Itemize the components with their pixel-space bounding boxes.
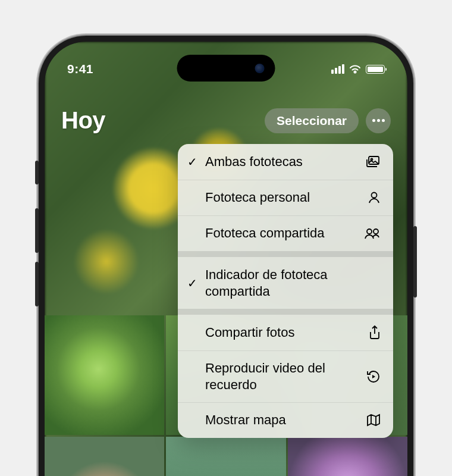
status-icons (331, 64, 385, 74)
status-time: 9:41 (67, 62, 93, 76)
photo-thumbnail[interactable] (288, 437, 407, 476)
volume-down-button[interactable] (35, 262, 39, 306)
menu-item-label: Fototeca personal (205, 189, 362, 206)
photo-thumbnail[interactable] (45, 315, 164, 435)
menu-separator (178, 251, 393, 257)
stacked-photos-icon (362, 155, 381, 169)
menu-separator (178, 309, 393, 315)
menu-item-label: Fototeca compartida (205, 225, 362, 242)
replay-icon (362, 369, 381, 384)
menu-item-label: Reproducir video del recuerdo (205, 360, 362, 393)
photo-thumbnail[interactable] (166, 437, 285, 476)
phone-frame: 9:41 Hoy Seleccionar (39, 36, 413, 476)
people-icon (362, 226, 381, 240)
ellipsis-icon (372, 119, 385, 122)
select-button[interactable]: Seleccionar (265, 108, 359, 133)
checkmark-icon: ✓ (187, 276, 205, 290)
menu-item-label: Compartir fotos (205, 324, 362, 341)
svg-point-4 (373, 229, 378, 234)
battery-icon (366, 65, 385, 74)
wifi-icon (349, 64, 362, 74)
menu-item-shared-library[interactable]: Fototeca compartida (178, 215, 393, 251)
options-menu: ✓ Ambas fototecas Fototeca personal Foto… (178, 144, 393, 438)
volume-up-button[interactable] (35, 208, 39, 253)
map-icon (362, 413, 381, 427)
menu-item-label: Mostrar mapa (205, 412, 362, 428)
share-icon (362, 325, 381, 340)
header: Hoy Seleccionar (45, 107, 407, 134)
front-camera (255, 64, 265, 73)
menu-item-shared-indicator[interactable]: ✓ Indicador de fototeca compartida (178, 257, 393, 309)
photo-thumbnail[interactable] (45, 437, 164, 476)
screen: 9:41 Hoy Seleccionar (45, 42, 407, 476)
person-icon (362, 190, 381, 205)
menu-item-label: Ambas fototecas (205, 154, 362, 170)
page-title: Hoy (61, 107, 105, 134)
dynamic-island (177, 55, 275, 82)
svg-point-3 (367, 229, 372, 234)
menu-item-share-photos[interactable]: Compartir fotos (178, 315, 393, 350)
menu-item-show-map[interactable]: Mostrar mapa (178, 402, 393, 438)
menu-item-both-libraries[interactable]: ✓ Ambas fototecas (178, 144, 393, 180)
checkmark-icon: ✓ (187, 155, 205, 169)
menu-item-label: Indicador de fototeca compartida (205, 267, 362, 299)
cellular-signal-icon (331, 64, 344, 74)
menu-item-personal-library[interactable]: Fototeca personal (178, 180, 393, 215)
svg-point-2 (372, 193, 377, 198)
more-options-button[interactable] (366, 108, 391, 133)
menu-item-play-memory[interactable]: Reproducir video del recuerdo (178, 350, 393, 402)
power-button[interactable] (413, 226, 417, 298)
mute-switch[interactable] (35, 161, 39, 184)
